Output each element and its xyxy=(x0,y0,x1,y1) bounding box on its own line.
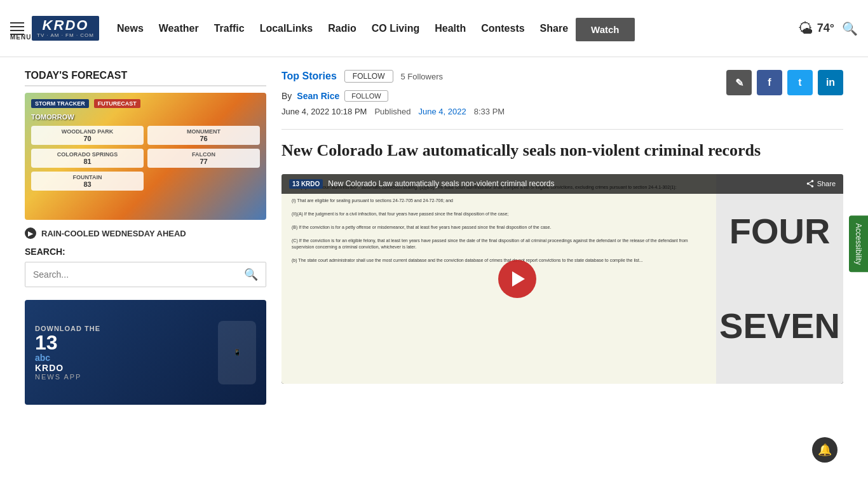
logo[interactable]: KRDO TV · AM · FM · COM xyxy=(32,16,99,41)
search-input[interactable] xyxy=(25,263,236,286)
forecast-alert[interactable]: ▶ RAIN-COOLED WEDNESDAY AHEAD xyxy=(25,227,266,239)
city-name: FOUNTAIN xyxy=(73,174,102,180)
city-temp-val: 77 xyxy=(200,158,207,165)
logo-sub: TV · AM · FM · COM xyxy=(37,32,94,38)
social-share-bar: ✎ f t in xyxy=(726,70,843,95)
app-banner-text: DOWNLOAD THE 13 abc KRDO NEWS APP xyxy=(35,325,100,381)
video-share-label: Share xyxy=(817,180,836,187)
facebook-share-icon[interactable]: f xyxy=(757,70,782,95)
city-name: FALCON xyxy=(192,151,215,158)
article-author: By Sean Rice FOLLOW xyxy=(281,90,505,102)
city-monument: MONUMENT 76 xyxy=(147,126,260,145)
watch-button[interactable]: Watch xyxy=(576,18,634,41)
forecast-header-row: STORM TRACKER FUTURECAST xyxy=(31,99,260,108)
header-right: 🌤 74° 🔍 xyxy=(798,20,858,37)
app-news-label: NEWS APP xyxy=(35,373,100,381)
header-left: MENU KRDO TV · AM · FM · COM xyxy=(10,16,99,41)
video-logo: 13 KRDO xyxy=(289,179,323,189)
video-player[interactable]: 13-1(E). State court administrator - aut… xyxy=(281,174,843,384)
weather-temp: 74° xyxy=(817,22,834,35)
nav-item-locallinks[interactable]: LocalLinks xyxy=(252,18,321,39)
video-title: New Colorado Law automatically seals non… xyxy=(328,179,800,188)
city-name: WOODLAND PARK xyxy=(62,128,113,135)
article-meta-top: Top Stories FOLLOW 5 Followers xyxy=(281,70,505,83)
edit-share-icon[interactable]: ✎ xyxy=(726,70,752,95)
header: MENU KRDO TV · AM · FM · COM News Weathe… xyxy=(0,0,868,57)
search-box: 🔍 xyxy=(25,262,266,287)
by-label: By xyxy=(281,91,292,101)
city-name: COLORADO SPRINGS xyxy=(57,151,118,158)
followers-count: 5 Followers xyxy=(401,72,443,81)
nav-item-contests[interactable]: Contests xyxy=(473,18,532,39)
app-abc: abc xyxy=(35,353,100,363)
alert-text: RAIN-COOLED WEDNESDAY AHEAD xyxy=(41,229,186,238)
twitter-share-icon[interactable]: t xyxy=(787,70,813,95)
city-temp-val: 81 xyxy=(83,158,91,165)
article-title: New Colorado Law automatically seals non… xyxy=(281,140,843,161)
menu-label: MENU xyxy=(10,34,24,35)
nav-item-traffic[interactable]: Traffic xyxy=(207,18,252,39)
hamburger-line xyxy=(10,30,24,31)
city-name: MONUMENT xyxy=(187,128,220,135)
play-icon: ▶ xyxy=(25,227,36,239)
app-banner[interactable]: DOWNLOAD THE 13 abc KRDO NEWS APP 📱 xyxy=(25,300,266,405)
city-colorado-springs: COLORADO SPRINGS 81 xyxy=(31,149,144,168)
forecast-tomorrow: TOMORROW xyxy=(31,113,260,121)
video-number-seven: SEVEN xyxy=(719,308,840,344)
forecast-overlay: STORM TRACKER FUTURECAST TOMORROW WOODLA… xyxy=(25,93,266,220)
sidebar: TODAY'S FORECAST STORM TRACKER FUTURECAS… xyxy=(25,70,266,405)
search-label: SEARCH: xyxy=(25,247,266,257)
video-share-button[interactable]: Share xyxy=(806,179,836,188)
city-temp-val: 83 xyxy=(83,180,91,188)
nav-item-weather[interactable]: Weather xyxy=(151,18,207,39)
top-stories-label: Top Stories xyxy=(281,71,337,82)
city-woodland-park: WOODLAND PARK 70 xyxy=(31,126,144,145)
follow-button[interactable]: FOLLOW xyxy=(344,70,393,83)
weather-icon: 🌤 xyxy=(798,20,813,37)
main-nav: News Weather Traffic LocalLinks Radio CO… xyxy=(99,15,798,41)
video-header-bar: 13 KRDO New Colorado Law automatically s… xyxy=(281,174,843,194)
author-name[interactable]: Sean Rice xyxy=(297,91,339,101)
search-button[interactable]: 🔍 xyxy=(236,262,266,287)
app-phone-image: 📱 xyxy=(218,321,256,384)
hamburger-line xyxy=(10,26,24,27)
video-overlay: 13-1(E). State court administrator - aut… xyxy=(281,174,843,384)
published-date: June 4, 2022 xyxy=(419,107,466,116)
published-time: 8:33 PM xyxy=(474,107,505,116)
city-temp-val: 76 xyxy=(200,135,207,142)
weather-widget: 🌤 74° xyxy=(798,20,834,37)
city-temp-val: 70 xyxy=(83,135,91,142)
article-area: Top Stories FOLLOW 5 Followers By Sean R… xyxy=(281,70,843,405)
published-label: Published xyxy=(374,107,410,116)
app-number: 13 xyxy=(35,332,100,353)
hamburger-line xyxy=(10,22,24,24)
nav-item-share[interactable]: Share xyxy=(532,18,576,39)
author-follow-button[interactable]: FOLLOW xyxy=(344,90,388,102)
city-falcon: FALCON 77 xyxy=(147,149,260,168)
updated-datetime: June 4, 2022 10:18 PM xyxy=(281,107,367,116)
nav-item-radio[interactable]: Radio xyxy=(320,18,363,39)
main-container: TODAY'S FORECAST STORM TRACKER FUTURECAS… xyxy=(15,57,853,417)
article-datetime: June 4, 2022 10:18 PM Published June 4, … xyxy=(281,107,505,116)
play-button[interactable] xyxy=(498,260,536,298)
temp-grid: WOODLAND PARK 70 MONUMENT 76 COLORADO SP… xyxy=(31,126,260,191)
article-divider xyxy=(281,129,843,130)
nav-item-health[interactable]: Health xyxy=(427,18,473,39)
video-right-panel: FOUR SEVEN xyxy=(716,174,843,384)
forecast-image[interactable]: STORM TRACKER FUTURECAST TOMORROW WOODLA… xyxy=(25,93,266,220)
linkedin-share-icon[interactable]: in xyxy=(818,70,843,95)
menu-button[interactable]: MENU xyxy=(10,22,24,35)
logo-krdo: KRDO xyxy=(43,18,89,32)
video-number-four: FOUR xyxy=(729,214,831,249)
city-fountain: FOUNTAIN 83 xyxy=(31,172,144,191)
app-station: KRDO xyxy=(35,363,100,373)
storm-tracker-badge: STORM TRACKER xyxy=(31,99,89,108)
accessibility-button[interactable]: Accessibility xyxy=(849,215,868,272)
futurecast-badge: FUTURECAST xyxy=(94,99,140,108)
search-icon[interactable]: 🔍 xyxy=(842,21,858,36)
nav-item-coliving[interactable]: CO Living xyxy=(364,18,428,39)
forecast-title: TODAY'S FORECAST xyxy=(25,70,266,86)
nav-item-news[interactable]: News xyxy=(109,18,151,39)
play-triangle-icon xyxy=(512,271,525,287)
